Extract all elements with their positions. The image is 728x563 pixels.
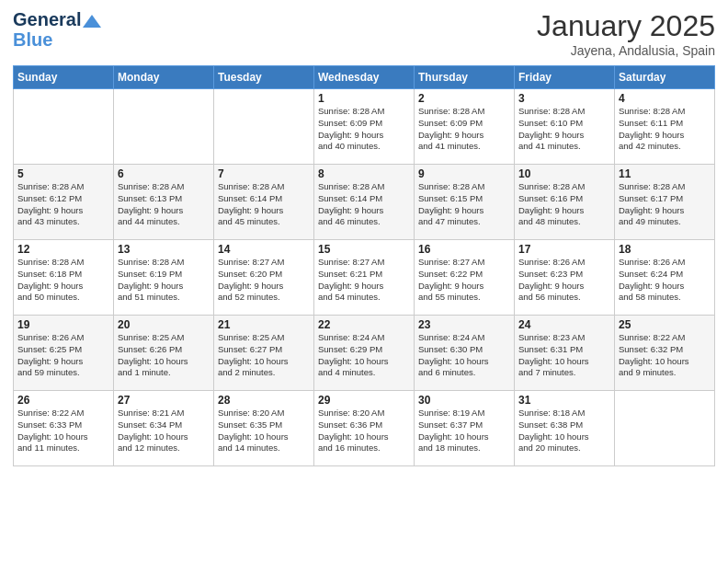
table-row: 29Sunrise: 8:20 AM Sunset: 6:36 PM Dayli… [314, 391, 415, 466]
table-row [14, 89, 114, 165]
table-row: 11Sunrise: 8:28 AM Sunset: 6:17 PM Dayli… [615, 165, 715, 240]
table-row [114, 89, 214, 165]
day-number: 20 [118, 318, 210, 331]
table-row: 5Sunrise: 8:28 AM Sunset: 6:12 PM Daylig… [14, 165, 114, 240]
logo-icon [83, 15, 101, 28]
table-row: 2Sunrise: 8:28 AM Sunset: 6:09 PM Daylig… [415, 89, 515, 165]
table-row: 24Sunrise: 8:23 AM Sunset: 6:31 PM Dayli… [515, 316, 615, 391]
day-info: Sunrise: 8:28 AM Sunset: 6:12 PM Dayligh… [17, 181, 109, 228]
day-number: 16 [418, 243, 510, 256]
day-number: 13 [118, 243, 210, 256]
table-row: 15Sunrise: 8:27 AM Sunset: 6:21 PM Dayli… [314, 240, 415, 316]
day-number: 7 [218, 167, 310, 180]
day-info: Sunrise: 8:27 AM Sunset: 6:21 PM Dayligh… [318, 257, 410, 304]
day-number: 12 [17, 243, 109, 256]
header: General Blue January 2025 Jayena, Andalu… [13, 9, 715, 58]
table-row: 4Sunrise: 8:28 AM Sunset: 6:11 PM Daylig… [615, 89, 715, 165]
day-info: Sunrise: 8:28 AM Sunset: 6:11 PM Dayligh… [619, 106, 711, 153]
day-info: Sunrise: 8:28 AM Sunset: 6:16 PM Dayligh… [518, 181, 610, 228]
table-row: 10Sunrise: 8:28 AM Sunset: 6:16 PM Dayli… [515, 165, 615, 240]
table-row: 17Sunrise: 8:26 AM Sunset: 6:23 PM Dayli… [515, 240, 615, 316]
table-row: 27Sunrise: 8:21 AM Sunset: 6:34 PM Dayli… [114, 391, 214, 466]
col-thursday: Thursday [415, 66, 515, 89]
location: Jayena, Andalusia, Spain [537, 43, 715, 58]
day-info: Sunrise: 8:22 AM Sunset: 6:33 PM Dayligh… [17, 408, 109, 454]
table-row: 28Sunrise: 8:20 AM Sunset: 6:35 PM Dayli… [214, 391, 314, 466]
table-row: 3Sunrise: 8:28 AM Sunset: 6:10 PM Daylig… [515, 89, 615, 165]
day-info: Sunrise: 8:27 AM Sunset: 6:20 PM Dayligh… [218, 257, 310, 304]
table-row: 8Sunrise: 8:28 AM Sunset: 6:14 PM Daylig… [314, 165, 415, 240]
day-info: Sunrise: 8:20 AM Sunset: 6:36 PM Dayligh… [318, 408, 410, 454]
table-row: 30Sunrise: 8:19 AM Sunset: 6:37 PM Dayli… [415, 391, 515, 466]
table-row [214, 89, 314, 165]
day-info: Sunrise: 8:28 AM Sunset: 6:14 PM Dayligh… [318, 181, 410, 228]
day-number: 29 [318, 394, 410, 407]
day-number: 25 [619, 318, 711, 331]
day-info: Sunrise: 8:21 AM Sunset: 6:34 PM Dayligh… [118, 408, 210, 454]
calendar-week-row: 12Sunrise: 8:28 AM Sunset: 6:18 PM Dayli… [14, 240, 715, 316]
day-info: Sunrise: 8:28 AM Sunset: 6:14 PM Dayligh… [218, 181, 310, 228]
day-number: 1 [318, 92, 410, 105]
table-row: 26Sunrise: 8:22 AM Sunset: 6:33 PM Dayli… [14, 391, 114, 466]
day-info: Sunrise: 8:25 AM Sunset: 6:27 PM Dayligh… [218, 332, 310, 379]
day-info: Sunrise: 8:25 AM Sunset: 6:26 PM Dayligh… [118, 332, 210, 379]
day-info: Sunrise: 8:22 AM Sunset: 6:32 PM Dayligh… [619, 332, 711, 379]
day-info: Sunrise: 8:26 AM Sunset: 6:23 PM Dayligh… [518, 257, 610, 304]
day-info: Sunrise: 8:18 AM Sunset: 6:38 PM Dayligh… [518, 408, 610, 454]
table-row: 31Sunrise: 8:18 AM Sunset: 6:38 PM Dayli… [515, 391, 615, 466]
title-area: January 2025 Jayena, Andalusia, Spain [537, 9, 715, 58]
calendar-week-row: 5Sunrise: 8:28 AM Sunset: 6:12 PM Daylig… [14, 165, 715, 240]
logo-line2: Blue [13, 29, 101, 50]
day-number: 8 [318, 167, 410, 180]
day-number: 27 [118, 394, 210, 407]
calendar-header-row: Sunday Monday Tuesday Wednesday Thursday… [14, 66, 715, 89]
day-number: 17 [518, 243, 610, 256]
day-number: 23 [418, 318, 510, 331]
table-row: 23Sunrise: 8:24 AM Sunset: 6:30 PM Dayli… [415, 316, 515, 391]
month-title: January 2025 [537, 9, 715, 43]
day-info: Sunrise: 8:26 AM Sunset: 6:24 PM Dayligh… [619, 257, 711, 304]
day-info: Sunrise: 8:24 AM Sunset: 6:29 PM Dayligh… [318, 332, 410, 379]
day-number: 9 [418, 167, 510, 180]
table-row: 13Sunrise: 8:28 AM Sunset: 6:19 PM Dayli… [114, 240, 214, 316]
page: General Blue January 2025 Jayena, Andalu… [0, 0, 728, 563]
logo: General Blue [13, 9, 101, 50]
calendar-week-row: 1Sunrise: 8:28 AM Sunset: 6:09 PM Daylig… [14, 89, 715, 165]
day-number: 6 [118, 167, 210, 180]
day-info: Sunrise: 8:27 AM Sunset: 6:22 PM Dayligh… [418, 257, 510, 304]
logo-text: General Blue [13, 9, 101, 50]
col-wednesday: Wednesday [314, 66, 415, 89]
table-row [615, 391, 715, 466]
day-number: 2 [418, 92, 510, 105]
day-info: Sunrise: 8:28 AM Sunset: 6:19 PM Dayligh… [118, 257, 210, 304]
day-number: 24 [518, 318, 610, 331]
day-info: Sunrise: 8:28 AM Sunset: 6:18 PM Dayligh… [17, 257, 109, 304]
col-friday: Friday [515, 66, 615, 89]
table-row: 6Sunrise: 8:28 AM Sunset: 6:13 PM Daylig… [114, 165, 214, 240]
day-info: Sunrise: 8:24 AM Sunset: 6:30 PM Dayligh… [418, 332, 510, 379]
day-info: Sunrise: 8:28 AM Sunset: 6:13 PM Dayligh… [118, 181, 210, 228]
table-row: 20Sunrise: 8:25 AM Sunset: 6:26 PM Dayli… [114, 316, 214, 391]
day-number: 21 [218, 318, 310, 331]
day-info: Sunrise: 8:28 AM Sunset: 6:09 PM Dayligh… [318, 106, 410, 153]
day-info: Sunrise: 8:28 AM Sunset: 6:09 PM Dayligh… [418, 106, 510, 153]
col-sunday: Sunday [14, 66, 114, 89]
day-number: 3 [518, 92, 610, 105]
table-row: 1Sunrise: 8:28 AM Sunset: 6:09 PM Daylig… [314, 89, 415, 165]
table-row: 16Sunrise: 8:27 AM Sunset: 6:22 PM Dayli… [415, 240, 515, 316]
table-row: 22Sunrise: 8:24 AM Sunset: 6:29 PM Dayli… [314, 316, 415, 391]
day-info: Sunrise: 8:23 AM Sunset: 6:31 PM Dayligh… [518, 332, 610, 379]
day-number: 26 [17, 394, 109, 407]
logo-line1: General [13, 9, 101, 29]
day-number: 22 [318, 318, 410, 331]
table-row: 7Sunrise: 8:28 AM Sunset: 6:14 PM Daylig… [214, 165, 314, 240]
table-row: 19Sunrise: 8:26 AM Sunset: 6:25 PM Dayli… [14, 316, 114, 391]
day-number: 28 [218, 394, 310, 407]
day-number: 4 [619, 92, 711, 105]
table-row: 14Sunrise: 8:27 AM Sunset: 6:20 PM Dayli… [214, 240, 314, 316]
day-number: 15 [318, 243, 410, 256]
day-number: 5 [17, 167, 109, 180]
day-info: Sunrise: 8:28 AM Sunset: 6:10 PM Dayligh… [518, 106, 610, 153]
calendar-table: Sunday Monday Tuesday Wednesday Thursday… [13, 65, 715, 466]
col-monday: Monday [114, 66, 214, 89]
